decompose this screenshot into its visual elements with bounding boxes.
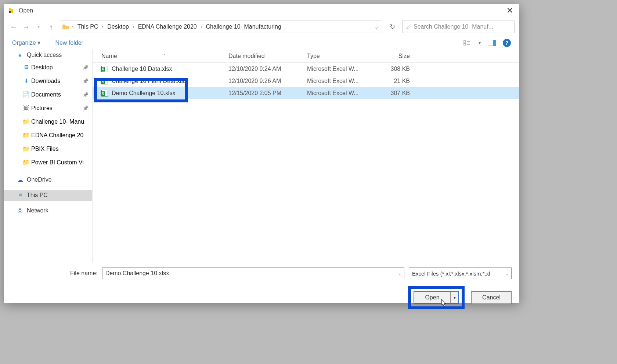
- view-dropdown-icon[interactable]: ▾: [479, 40, 481, 46]
- close-icon[interactable]: ✕: [504, 6, 515, 15]
- folder-icon: 📁: [22, 132, 30, 139]
- crumb-desktop[interactable]: Desktop: [106, 23, 130, 30]
- open-dialog: Open ✕ ← → ▾ ↑ › This PC › Desktop › EDN…: [4, 4, 519, 303]
- file-name: Challenge 10 Plant Data.xlsx: [93, 78, 228, 84]
- breadcrumb[interactable]: › This PC › Desktop › EDNA Challenge 202…: [60, 21, 382, 33]
- dialog-title: Open: [19, 7, 33, 14]
- download-icon: ⬇: [22, 77, 30, 85]
- col-date[interactable]: Date modified: [228, 53, 307, 59]
- svg-rect-4: [463, 44, 466, 45]
- chevron-right-icon[interactable]: ›: [132, 24, 135, 30]
- view-options-icon[interactable]: [463, 39, 472, 47]
- app-icon: [8, 7, 14, 14]
- search-placeholder: Search Challenge 10- Manuf...: [414, 23, 493, 30]
- file-size: 307 KB: [373, 90, 414, 97]
- help-icon[interactable]: ?: [503, 39, 511, 47]
- cancel-button[interactable]: Cancel: [471, 291, 512, 304]
- file-name-input[interactable]: Demo Challenge 10.xlsx ⌵: [102, 267, 404, 279]
- file-name: Demo Challenge 10.xlsx: [93, 90, 228, 97]
- crumb-this-pc[interactable]: This PC: [76, 23, 100, 30]
- preview-pane-icon[interactable]: [487, 39, 496, 47]
- table-row[interactable]: Challenge 10 Plant Data.xlsx 12/10/2020 …: [93, 75, 519, 87]
- breadcrumb-dropdown-icon[interactable]: ⌵: [373, 24, 380, 30]
- file-type: Microsoft Excel W...: [307, 66, 373, 72]
- annotation-highlight: Open ▾: [408, 286, 465, 309]
- file-name-label: File name:: [70, 270, 98, 277]
- cloud-icon: ☁: [17, 176, 23, 183]
- sidebar-item-desktop[interactable]: 🖥 Desktop: [4, 61, 92, 74]
- computer-icon: 🖥: [17, 192, 23, 199]
- file-date: 12/10/2020 9:24 AM: [228, 66, 307, 72]
- folder-icon: 📁: [22, 145, 30, 153]
- new-folder-button[interactable]: New folder: [55, 40, 83, 46]
- col-name[interactable]: Name˄: [93, 53, 228, 59]
- dialog-body: ★ Quick access 🖥 Desktop ⬇ Downloads 📄 D…: [4, 50, 519, 262]
- folder-icon: 📁: [22, 118, 30, 125]
- search-input[interactable]: ⌕ Search Challenge 10- Manuf...: [402, 21, 515, 33]
- crumb-challenge10[interactable]: Challenge 10- Manufacturing: [204, 23, 282, 30]
- svg-rect-0: [9, 8, 11, 11]
- desktop-icon: 🖥: [22, 64, 30, 71]
- file-name: Challenge 10 Data.xlsx: [93, 66, 228, 72]
- network-icon: 🖧: [17, 207, 23, 214]
- table-row[interactable]: Challenge 10 Data.xlsx 12/10/2020 9:24 A…: [93, 63, 519, 75]
- file-date: 12/10/2020 9:26 AM: [228, 78, 307, 84]
- sidebar-quick-access[interactable]: ★ Quick access: [4, 50, 92, 61]
- sidebar: ★ Quick access 🖥 Desktop ⬇ Downloads 📄 D…: [4, 50, 92, 262]
- folder-icon: 📁: [22, 159, 30, 166]
- crumb-edna[interactable]: EDNA Challenge 2020: [137, 23, 198, 30]
- chevron-down-icon[interactable]: ⌵: [506, 271, 508, 276]
- pictures-icon: 🖼: [22, 105, 30, 112]
- file-list: Name˄ Date modified Type Size Challenge …: [92, 50, 519, 262]
- sort-asc-icon: ˄: [163, 54, 166, 58]
- refresh-icon[interactable]: ↻: [387, 21, 398, 32]
- navbar: ← → ▾ ↑ › This PC › Desktop › EDNA Chall…: [4, 17, 519, 36]
- up-icon[interactable]: ↑: [46, 22, 56, 32]
- sidebar-item-documents[interactable]: 📄 Documents: [4, 88, 92, 101]
- star-icon: ★: [17, 52, 22, 59]
- sidebar-item-downloads[interactable]: ⬇ Downloads: [4, 74, 92, 88]
- chevron-right-icon[interactable]: ›: [71, 24, 75, 30]
- folder-icon: [62, 23, 70, 31]
- back-icon[interactable]: ←: [8, 22, 19, 32]
- chevron-right-icon[interactable]: ›: [101, 24, 105, 30]
- open-split-dropdown-icon[interactable]: ▾: [450, 292, 458, 303]
- chevron-down-icon[interactable]: ⌵: [398, 271, 401, 276]
- table-row[interactable]: Demo Challenge 10.xlsx 12/15/2020 2:05 P…: [93, 87, 519, 99]
- rows: Challenge 10 Data.xlsx 12/10/2020 9:24 A…: [93, 63, 519, 262]
- sidebar-this-pc[interactable]: 🖥 This PC: [4, 190, 92, 201]
- sidebar-item-powerbi-custom[interactable]: 📁 Power BI Custom Vi: [4, 156, 92, 169]
- excel-icon: [101, 78, 108, 84]
- col-type[interactable]: Type: [307, 53, 373, 59]
- file-type-filter[interactable]: Excel Files (*.xl;*.xlsx;*.xlsm;*.xl ⌵: [409, 267, 512, 279]
- svg-rect-8: [493, 40, 496, 46]
- file-type: Microsoft Excel W...: [307, 78, 373, 84]
- footer: File name: Demo Challenge 10.xlsx ⌵ Exce…: [4, 262, 519, 303]
- col-size[interactable]: Size: [373, 53, 414, 59]
- svg-rect-2: [9, 11, 11, 13]
- documents-icon: 📄: [22, 91, 30, 98]
- recent-dropdown-icon[interactable]: ▾: [33, 22, 44, 32]
- file-type: Microsoft Excel W...: [307, 90, 373, 97]
- sidebar-onedrive[interactable]: ☁ OneDrive: [4, 174, 92, 185]
- excel-icon: [101, 66, 108, 72]
- open-button[interactable]: Open ▾: [414, 291, 459, 304]
- organize-button[interactable]: Organize ▾: [12, 39, 40, 46]
- sidebar-item-pictures[interactable]: 🖼 Pictures: [4, 101, 92, 115]
- svg-rect-3: [463, 41, 466, 42]
- forward-icon: →: [21, 22, 31, 32]
- file-size: 21 KB: [373, 78, 414, 84]
- titlebar: Open ✕: [4, 4, 519, 17]
- toolbar: Organize ▾ New folder ▾ ?: [4, 36, 519, 50]
- sidebar-network[interactable]: 🖧 Network: [4, 205, 92, 216]
- search-icon: ⌕: [406, 23, 410, 30]
- sidebar-item-challenge10[interactable]: 📁 Challenge 10- Manu: [4, 115, 92, 128]
- chevron-right-icon[interactable]: ›: [200, 24, 203, 30]
- excel-icon: [101, 90, 108, 97]
- sidebar-item-edna[interactable]: 📁 EDNA Challenge 20: [4, 128, 92, 142]
- file-date: 12/15/2020 2:05 PM: [228, 90, 307, 97]
- file-size: 308 KB: [373, 66, 414, 72]
- svg-rect-1: [11, 9, 13, 13]
- columns-header: Name˄ Date modified Type Size: [93, 50, 519, 63]
- sidebar-item-pbix[interactable]: 📁 PBIX Files: [4, 142, 92, 156]
